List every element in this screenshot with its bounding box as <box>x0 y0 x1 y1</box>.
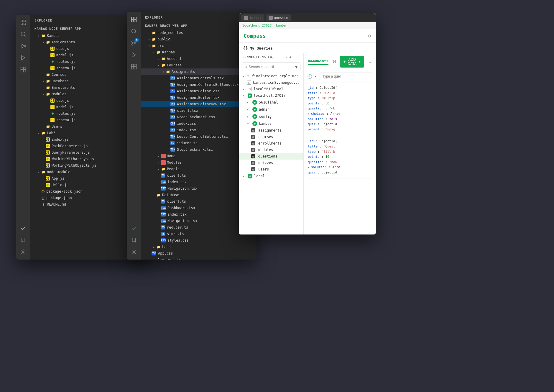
edit-icon[interactable]: ✏ <box>369 59 372 64</box>
search-icon[interactable] <box>18 29 29 40</box>
folder-icon-courses-1: 📁 <box>46 72 50 77</box>
chevron-finalproject: ▸ <box>242 75 244 78</box>
tab-questions[interactable]: questio <box>266 14 291 21</box>
query-input[interactable] <box>319 73 372 80</box>
js-icon-model-m: JS <box>50 105 55 109</box>
question-val-2: "how <box>329 160 337 164</box>
search-icon-2[interactable] <box>129 26 139 37</box>
file-app-test[interactable]: ⚠ App.test.js <box>141 257 257 260</box>
solution-key-1: solution <box>308 117 323 121</box>
run-icon-2[interactable] <box>129 50 139 60</box>
label-dao-1: dao.js <box>56 47 69 51</box>
conn-finalproject[interactable]: ▸ □ finalproject.drplt.mon... <box>239 73 303 79</box>
bookmark-icon[interactable] <box>18 235 29 245</box>
vscode-window-2: 1 <box>127 12 257 260</box>
coll-assignments[interactable]: ▤ assignments <box>239 127 303 134</box>
tsx-icon-dashboard: TSX <box>161 206 166 210</box>
db-icon-admin: ◉ <box>252 107 257 112</box>
add-connection-icon[interactable]: + <box>290 55 292 59</box>
question-key-1: question <box>308 106 323 110</box>
filter-icon[interactable]: ▼ <box>295 64 298 70</box>
extensions-icon[interactable] <box>18 64 29 75</box>
conn-local5610[interactable]: ▸ □ local5610final <box>239 86 303 92</box>
id-key-1: _id <box>308 86 314 90</box>
conn-kanbas-db[interactable]: ▾ ◉ kanbas <box>239 120 303 127</box>
explorer-icon-2[interactable] <box>129 14 139 25</box>
file-styles-css[interactable]: CSS styles.css <box>141 237 257 244</box>
coll-modules[interactable]: ▤ modules <box>239 147 303 153</box>
source-control-icon-2[interactable]: 1 <box>129 38 139 48</box>
conn-localhost[interactable]: ▾ ◉ localhost:27017 <box>239 92 303 99</box>
conn-config[interactable]: ▸ ◉ config <box>239 113 303 120</box>
label-arrays: WorkingWithArrays.js <box>52 157 94 161</box>
more-connections-icon[interactable]: ··· <box>293 55 300 59</box>
extensions-icon-2[interactable] <box>129 61 139 72</box>
check-icon-2[interactable] <box>129 223 139 234</box>
conn-admin[interactable]: ▸ ◉ admin <box>239 106 303 113</box>
compass-logo: Compass <box>244 33 266 39</box>
chevron-home-2 <box>156 154 161 158</box>
solution-expand[interactable]: ▸ <box>308 165 310 169</box>
conn-local[interactable]: ▸ ◉ local <box>239 173 303 180</box>
coll-courses[interactable]: ▤ courses <box>239 134 303 140</box>
my-queries-section[interactable]: {} My Queries <box>239 43 376 53</box>
label-coll-courses: courses <box>258 135 273 139</box>
settings-icon[interactable] <box>18 247 29 257</box>
breadcrumb-host[interactable]: localhost:27017 <box>242 24 272 27</box>
folder-icon-kanbas: 📁 <box>41 33 46 38</box>
add-data-button[interactable]: + ADD DATA ▾ <box>340 56 364 68</box>
conn-5610final[interactable]: ▸ ◉ 5610final <box>239 99 303 106</box>
file-app-css[interactable]: CSS App.css <box>141 250 257 257</box>
coll-users[interactable]: ▤ users <box>239 166 303 173</box>
tsx-icon-index-k: TSX <box>161 180 166 184</box>
css-icon-app: CSS <box>152 251 156 255</box>
chevron-admin: ▸ <box>247 108 251 111</box>
breadcrumb-db[interactable]: kanba <box>276 24 286 27</box>
label-app-css: App.css <box>158 251 173 255</box>
breadcrumb-bar: localhost:27017 › kanba <box>239 22 376 29</box>
chevron-kanbas-cloud: ▸ <box>242 81 245 84</box>
label-schema-m: schema.js <box>56 118 75 122</box>
connections-actions: ✕ + ··· <box>286 55 300 59</box>
questions-more-icon[interactable]: ··· <box>294 155 300 158</box>
collection-icon-courses: ▤ <box>251 135 255 139</box>
search-connections-box[interactable]: ▼ <box>242 63 300 71</box>
close-connections-icon[interactable]: ✕ <box>286 55 288 59</box>
settings-icon-2[interactable] <box>129 247 139 257</box>
label-database-1: Database <box>52 79 69 83</box>
tab-kanbas[interactable]: kanbas <box>241 14 264 21</box>
label-model-m: model.js <box>56 105 73 109</box>
colon-1: : <box>314 86 320 90</box>
label-reducer: reducer.ts <box>176 141 198 145</box>
label-coll-enrollments: enrollments <box>258 141 282 145</box>
label-gc: GreenCheckmark.tsx <box>177 115 215 119</box>
expand-choices[interactable]: ▸ <box>308 112 310 116</box>
chevron-courses-1 <box>41 72 46 77</box>
quiz-key-2: quiz <box>308 170 316 174</box>
title-val-2: "Quest <box>323 145 335 148</box>
source-control-icon[interactable] <box>18 41 29 51</box>
coll-questions[interactable]: ▤ questions ··· <box>239 153 303 160</box>
label-store-ts: store.ts <box>167 232 184 236</box>
css-icon-styles: CSS <box>161 238 166 242</box>
conn-kanbas-cloud[interactable]: ▸ □ kanbas.icn8v.mongod... <box>239 79 303 86</box>
doc-entry-1: _id : ObjectId( title : "Hello type : "m… <box>308 85 372 135</box>
folder-labs-2[interactable]: 📁 Labs <box>141 244 257 250</box>
plus-icon-routes-m: + <box>50 111 55 116</box>
coll-enrollments[interactable]: ▤ enrollments <box>239 140 303 147</box>
explorer-icon[interactable] <box>18 17 29 28</box>
document-1: _id : ObjectId( title : "Hello type : "m… <box>304 83 376 184</box>
bookmark-icon-2[interactable] <box>129 235 139 245</box>
info-icon-readme: ℹ <box>41 202 46 207</box>
label-coll-questions: questions <box>258 154 277 158</box>
check-icon[interactable] <box>18 223 29 234</box>
coll-quizzes[interactable]: ▤ quizzes <box>239 160 303 166</box>
run-debug-icon[interactable] <box>18 53 29 63</box>
compass-gear-icon[interactable]: ⚙ <box>368 33 371 39</box>
plus-icon-routes: + <box>50 59 55 64</box>
colon-qz2: : <box>316 170 322 174</box>
tsx-icon-sc: TSX <box>170 147 175 152</box>
search-connections-input[interactable] <box>249 65 294 69</box>
dropdown-arrow[interactable]: ▾ <box>315 74 317 78</box>
compass-title-area: Compass <box>244 33 266 39</box>
